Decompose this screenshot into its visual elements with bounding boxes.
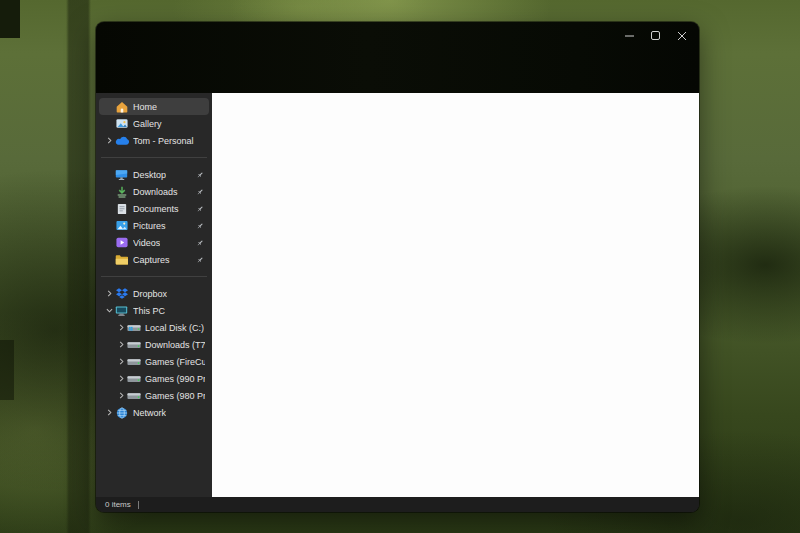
sidebar-item-label: Videos [133,238,160,248]
sidebar-item-label: Documents [133,204,179,214]
sidebar-item-label: Desktop [133,170,166,180]
downloads-icon [114,185,129,198]
documents-icon [114,202,129,215]
sidebar-item-local-disk-c[interactable]: Local Disk (C:) [111,319,209,336]
titlebar [96,22,699,93]
sidebar-item-drive-g[interactable]: Games (980 Pro) (G:) [111,387,209,404]
drive-icon [126,389,141,402]
home-icon [114,100,129,113]
sidebar-item-label: Games (990 Pro) (F:) [145,374,205,384]
drive-icon [126,355,141,368]
sidebar-item-drive-d[interactable]: Downloads (T700) (D:) [111,336,209,353]
this-pc-icon [114,304,129,317]
system-drive-icon [126,321,141,334]
chevron-right-icon[interactable] [116,391,126,401]
sidebar-item-gallery[interactable]: Gallery [99,115,209,132]
sidebar-item-home[interactable]: Home [99,98,209,115]
sidebar-separator [101,157,207,158]
sidebar-item-label: Network [133,408,166,418]
sidebar-item-label: Local Disk (C:) [145,323,204,333]
sidebar-item-label: Downloads [133,187,178,197]
sidebar-item-downloads[interactable]: Downloads [99,183,209,200]
sidebar-item-documents[interactable]: Documents [99,200,209,217]
pin-icon [196,205,204,213]
sidebar-item-label: Games (FireCuda 530) (E:) [145,357,205,367]
pictures-icon [114,219,129,232]
sidebar-item-label: Games (980 Pro) (G:) [145,391,205,401]
sidebar-item-network[interactable]: Network [99,404,209,421]
wallpaper-shadow-patch [0,340,14,400]
item-count: 0 items [105,500,131,509]
videos-icon [114,236,129,249]
pin-icon [196,239,204,247]
sidebar-item-label: Downloads (T700) (D:) [145,340,205,350]
sidebar-item-videos[interactable]: Videos [99,234,209,251]
file-explorer-window: Home Gallery Tom - Personal [96,22,699,512]
onedrive-icon [114,134,129,147]
pin-icon [196,171,204,179]
sidebar-item-drive-e[interactable]: Games (FireCuda 530) (E:) [111,353,209,370]
chevron-right-icon[interactable] [116,374,126,384]
chevron-right-icon[interactable] [116,323,126,333]
maximize-button[interactable] [643,24,669,48]
drive-icon [126,338,141,351]
status-divider [138,501,139,509]
sidebar-item-captures[interactable]: Captures [99,251,209,268]
close-icon [677,31,687,41]
sidebar-item-label: Captures [133,255,170,265]
sidebar-item-drive-f[interactable]: Games (990 Pro) (F:) [111,370,209,387]
drive-icon [126,372,141,385]
sidebar-item-this-pc[interactable]: This PC [99,302,209,319]
gallery-icon [114,117,129,130]
sidebar-item-label: Tom - Personal [133,136,194,146]
folder-icon [114,253,129,266]
dropbox-icon [114,287,129,300]
pin-icon [196,188,204,196]
sidebar-item-label: Home [133,102,157,112]
chevron-right-icon[interactable] [116,357,126,367]
network-icon [114,406,129,419]
minimize-button[interactable] [617,24,643,48]
pin-icon [196,222,204,230]
file-list-area[interactable] [212,93,699,497]
navigation-pane: Home Gallery Tom - Personal [96,93,212,497]
chevron-right-icon[interactable] [116,340,126,350]
caption-buttons [617,24,695,48]
sidebar-item-pictures[interactable]: Pictures [99,217,209,234]
chevron-right-icon[interactable] [104,136,114,146]
pin-icon [196,256,204,264]
sidebar-item-label: Gallery [133,119,162,129]
desktop-icon [114,168,129,181]
status-bar: 0 items [96,497,699,512]
minimize-icon [625,31,635,41]
sidebar-item-onedrive-personal[interactable]: Tom - Personal [99,132,209,149]
chevron-right-icon[interactable] [104,408,114,418]
close-button[interactable] [669,24,695,48]
sidebar-item-label: This PC [133,306,165,316]
chevron-down-icon[interactable] [104,306,114,316]
chevron-right-icon[interactable] [104,289,114,299]
sidebar-separator [101,276,207,277]
maximize-icon [651,31,661,41]
sidebar-item-label: Pictures [133,221,166,231]
sidebar-item-dropbox[interactable]: Dropbox [99,285,209,302]
wallpaper-dark-corner [0,0,20,38]
sidebar-item-label: Dropbox [133,289,167,299]
sidebar-item-desktop[interactable]: Desktop [99,166,209,183]
